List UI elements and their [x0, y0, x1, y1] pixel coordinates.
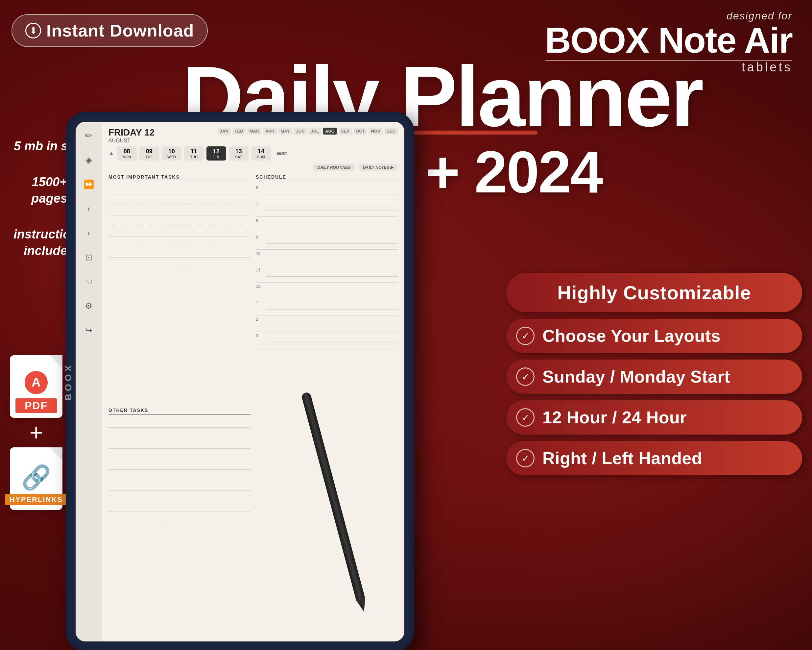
schedule-time: 11 — [256, 266, 266, 272]
pdf-icon: A PDF — [10, 355, 63, 418]
month-tab-dec[interactable]: DEC — [384, 128, 398, 135]
schedule-row: 2 — [256, 315, 398, 332]
schedule-time: 9 — [256, 233, 266, 240]
instant-download-label: Instant Download — [46, 21, 194, 40]
schedule-line — [266, 283, 398, 293]
day-cell-wed[interactable]: 10WED — [162, 146, 182, 161]
planner-toolbar: ✏ ◈ ⏩ ‹ › ⊡ ☜ ⚙ ↪ — [76, 122, 102, 641]
month-tab-aug[interactable]: AUG — [323, 128, 337, 135]
toolbar-icon-export: ↪ — [81, 323, 96, 338]
day-cell-sat[interactable]: 13SAT — [229, 146, 249, 161]
daily-routines-btn[interactable]: DAILY ROUTINES — [313, 164, 355, 171]
day-number: 09 — [146, 148, 153, 155]
day-number: 14 — [258, 148, 264, 155]
task-line — [108, 459, 250, 470]
schedule-row: 8 — [256, 217, 398, 233]
week-label: W32 — [277, 151, 287, 156]
month-tab-feb[interactable]: FEB — [232, 128, 246, 135]
feature-pill: ✓ Right / Left Handed — [506, 441, 802, 475]
feature-label: Right / Left Handed — [542, 448, 702, 468]
other-tasks-header: OTHER TASKS — [108, 408, 250, 414]
day-number: 13 — [235, 148, 242, 155]
tablet-mockup: BOOX ✏ ◈ ⏩ ‹ › ⊡ ☜ ⚙ ↪ — [66, 112, 414, 650]
day-number: 10 — [168, 148, 175, 155]
schedule-row: 3 — [256, 332, 398, 348]
day-cell-thu[interactable]: 11THU — [184, 146, 204, 161]
month-tabs: JANFEBMARAPRMAYJUNJULAUGSEPOCTNOVDEC — [218, 128, 398, 135]
month-tab-mar[interactable]: MAR — [247, 128, 262, 135]
schedule-time: 7 — [256, 200, 266, 206]
link-icon: 🔗 — [21, 463, 51, 491]
day-name: SUN — [257, 155, 265, 159]
schedule-row: 7 — [256, 200, 398, 217]
month-tab-apr[interactable]: APR — [263, 128, 276, 135]
toolbar-icon-select: ⊡ — [81, 250, 96, 265]
highly-customizable-text: Highly Customizable — [557, 281, 751, 304]
task-line — [108, 194, 250, 205]
task-line — [108, 512, 250, 522]
prev-arrow-icon[interactable]: ▲ — [108, 150, 114, 157]
feature-pill: ✓ 12 Hour / 24 Hour — [506, 400, 802, 434]
task-line — [108, 470, 250, 480]
schedule-row: 10 — [256, 250, 398, 266]
day-number: 08 — [124, 148, 130, 155]
day-cell-sun[interactable]: 14SUN — [251, 146, 271, 161]
day-number: 11 — [191, 148, 197, 155]
feature-pill: ✓ Choose Your Layouts — [506, 319, 802, 353]
toolbar-icon-next: › — [81, 226, 96, 240]
schedule-time: 6 — [256, 184, 266, 190]
schedule-row: 9 — [256, 233, 398, 250]
feature-label: Choose Your Layouts — [542, 326, 720, 346]
tablet-outer-frame: BOOX ✏ ◈ ⏩ ‹ › ⊡ ☜ ⚙ ↪ — [66, 112, 414, 650]
task-line — [108, 501, 250, 512]
schedule-time: 10 — [256, 250, 266, 256]
day-cell-mon[interactable]: 08MON — [117, 146, 137, 161]
other-task-lines — [108, 417, 250, 636]
schedule-line — [266, 266, 398, 277]
planner-month: AUGUST — [108, 138, 154, 144]
schedule-time: 3 — [256, 332, 266, 338]
day-number: 12 — [213, 148, 220, 155]
daily-notes-btn[interactable]: DAILY NOTES ▶ — [358, 164, 398, 171]
tasks-header: MOST IMPORTANT TASKS — [108, 174, 250, 181]
schedule-line — [266, 200, 398, 211]
task-line — [108, 216, 250, 226]
day-name: MON — [123, 155, 131, 159]
schedule-times: 6789101112123 — [256, 184, 398, 348]
toolbar-icon-pen: ✏ — [81, 128, 96, 143]
task-line — [108, 247, 250, 258]
feature-pills-container: ✓ Choose Your Layouts ✓ Sunday / Monday … — [506, 319, 802, 475]
day-cell-fri[interactable]: 12FRI — [206, 146, 226, 161]
day-name: TUE — [146, 155, 153, 159]
instant-download-badge: ⬇ Instant Download — [12, 14, 208, 47]
task-line — [108, 226, 250, 237]
month-tab-may[interactable]: MAY — [278, 128, 292, 135]
download-icon: ⬇ — [25, 23, 41, 38]
task-line — [108, 417, 250, 428]
month-tab-jul[interactable]: JUL — [308, 128, 321, 135]
month-tab-nov[interactable]: NOV — [368, 128, 382, 135]
day-cell-tue[interactable]: 09TUE — [139, 146, 159, 161]
svg-text:A: A — [32, 375, 40, 389]
toolbar-icon-hand: ☜ — [81, 274, 96, 289]
toolbar-icon-settings: ⚙ — [81, 299, 96, 313]
feature-check-icon: ✓ — [516, 327, 534, 345]
pdf-label: PDF — [15, 398, 57, 413]
feature-pill: ✓ Sunday / Monday Start — [506, 359, 802, 394]
month-tab-jan[interactable]: JAN — [218, 128, 231, 135]
schedule-row: 6 — [256, 184, 398, 200]
acrobat-logo-icon: A — [23, 369, 49, 396]
month-tab-oct[interactable]: OCT — [353, 128, 367, 135]
hyperlinks-icon: 🔗 HYPERLINKS — [10, 447, 63, 510]
features-panel: Highly Customizable ✓ Choose Your Layout… — [506, 273, 802, 475]
feature-label: 12 Hour / 24 Hour — [542, 408, 687, 427]
schedule-time: 8 — [256, 217, 266, 223]
month-tab-jun[interactable]: JUN — [293, 128, 307, 135]
plus-separator: + — [30, 421, 43, 444]
feature-label: Sunday / Monday Start — [542, 367, 730, 387]
month-tab-sep[interactable]: SEP — [339, 128, 352, 135]
day-name: THU — [190, 155, 198, 159]
task-line — [108, 438, 250, 449]
task-line — [108, 480, 250, 491]
important-task-lines — [108, 184, 250, 402]
